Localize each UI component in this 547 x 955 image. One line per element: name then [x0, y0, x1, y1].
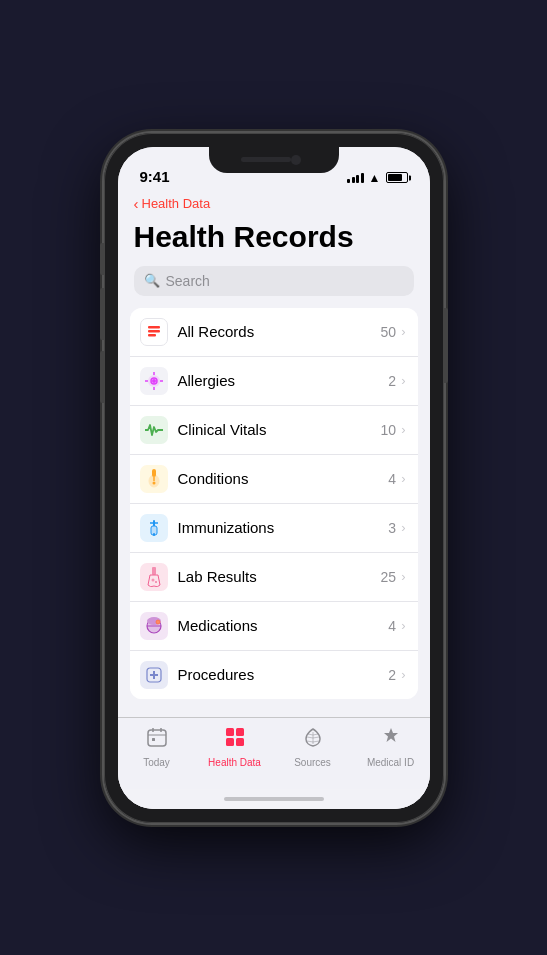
search-placeholder: Search	[166, 273, 210, 289]
volume-down-button[interactable]	[100, 351, 104, 403]
svg-rect-16	[153, 533, 155, 536]
item-count: 2	[388, 373, 396, 389]
svg-point-20	[155, 581, 157, 583]
svg-rect-36	[226, 738, 234, 746]
scrollable-area[interactable]: All Records 50 ›	[118, 308, 430, 717]
status-icons: ▲	[347, 171, 407, 185]
status-time: 9:41	[140, 168, 170, 185]
phone-wrapper: 9:41 ▲	[0, 0, 547, 955]
tab-sources[interactable]: Sources	[274, 726, 352, 768]
tab-health-data-label: Health Data	[208, 757, 261, 768]
svg-point-13	[152, 481, 155, 484]
item-count: 4	[388, 471, 396, 487]
all-records-icon	[140, 318, 168, 346]
search-bar[interactable]: 🔍 Search	[134, 266, 414, 296]
back-link[interactable]: ‹ Health Data	[134, 195, 414, 212]
svg-rect-29	[148, 730, 166, 746]
camera	[291, 155, 301, 165]
list-item[interactable]: Medications 4 ›	[130, 602, 418, 651]
conditions-icon	[140, 465, 168, 493]
speaker	[241, 157, 291, 162]
list-item[interactable]: Immunizations 3 ›	[130, 504, 418, 553]
records-list: All Records 50 ›	[130, 308, 418, 699]
svg-point-19	[151, 578, 154, 581]
item-count: 2	[388, 667, 396, 683]
tab-today[interactable]: Today	[118, 726, 196, 768]
tab-sources-label: Sources	[294, 757, 331, 768]
signal-bar-3	[356, 175, 359, 183]
home-indicator	[118, 789, 430, 809]
svg-rect-18	[152, 567, 156, 575]
list-item[interactable]: Clinical Vitals 10 ›	[130, 406, 418, 455]
immunizations-icon	[140, 514, 168, 542]
back-chevron-icon: ‹	[134, 195, 139, 212]
chevron-right-icon: ›	[401, 618, 405, 633]
svg-rect-34	[226, 728, 234, 736]
list-item[interactable]: Lab Results 25 ›	[130, 553, 418, 602]
chevron-right-icon: ›	[401, 324, 405, 339]
tab-today-label: Today	[143, 757, 170, 768]
svg-rect-1	[148, 330, 160, 333]
today-icon	[146, 726, 168, 754]
phone-screen: 9:41 ▲	[118, 147, 430, 809]
svg-rect-37	[236, 738, 244, 746]
tab-medical-id-label: Medical ID	[367, 757, 414, 768]
notch	[209, 147, 339, 173]
item-label: Medications	[178, 617, 389, 634]
list-item[interactable]: Conditions 4 ›	[130, 455, 418, 504]
chevron-right-icon: ›	[401, 471, 405, 486]
tab-bar: Today Health Data	[118, 717, 430, 789]
allergies-icon	[140, 367, 168, 395]
item-count: 4	[388, 618, 396, 634]
item-label: Procedures	[178, 666, 389, 683]
signal-bar-2	[352, 177, 355, 183]
battery-fill	[388, 174, 402, 181]
signal-bars	[347, 173, 364, 183]
chevron-right-icon: ›	[401, 569, 405, 584]
chevron-right-icon: ›	[401, 373, 405, 388]
procedures-icon	[140, 661, 168, 689]
item-count: 3	[388, 520, 396, 536]
health-data-icon	[224, 726, 246, 754]
signal-bar-1	[347, 179, 350, 183]
svg-point-9	[152, 379, 156, 383]
svg-point-25	[156, 620, 160, 624]
home-bar	[224, 797, 324, 801]
mute-button[interactable]	[100, 243, 104, 275]
search-icon: 🔍	[144, 273, 160, 288]
tab-health-data[interactable]: Health Data	[196, 726, 274, 768]
svg-rect-35	[236, 728, 244, 736]
wifi-icon: ▲	[369, 171, 381, 185]
phone-body: 9:41 ▲	[104, 133, 444, 823]
list-item[interactable]: All Records 50 ›	[130, 308, 418, 357]
chevron-right-icon: ›	[401, 422, 405, 437]
item-label: Allergies	[178, 372, 389, 389]
item-label: All Records	[178, 323, 381, 340]
item-label: Immunizations	[178, 519, 389, 536]
screen-content: ‹ Health Data Health Records 🔍 Search	[118, 191, 430, 809]
nav-bar: ‹ Health Data	[118, 191, 430, 216]
svg-rect-0	[148, 326, 160, 329]
item-label: Lab Results	[178, 568, 381, 585]
item-label: Clinical Vitals	[178, 421, 381, 438]
chevron-right-icon: ›	[401, 520, 405, 535]
medical-id-icon	[380, 726, 402, 754]
chevron-right-icon: ›	[401, 667, 405, 682]
signal-bar-4	[361, 173, 364, 183]
svg-rect-2	[148, 334, 156, 337]
volume-up-button[interactable]	[100, 288, 104, 340]
medications-icon	[140, 612, 168, 640]
lab-results-icon	[140, 563, 168, 591]
power-button[interactable]	[444, 308, 448, 383]
vitals-icon	[140, 416, 168, 444]
sources-icon	[302, 726, 324, 754]
back-label: Health Data	[142, 196, 211, 211]
list-item[interactable]: Allergies 2 ›	[130, 357, 418, 406]
battery-icon	[386, 172, 408, 183]
item-label: Conditions	[178, 470, 389, 487]
list-item[interactable]: Procedures 2 ›	[130, 651, 418, 699]
svg-rect-33	[152, 738, 155, 741]
tab-medical-id[interactable]: Medical ID	[352, 726, 430, 768]
item-count: 50	[381, 324, 397, 340]
item-count: 25	[381, 569, 397, 585]
